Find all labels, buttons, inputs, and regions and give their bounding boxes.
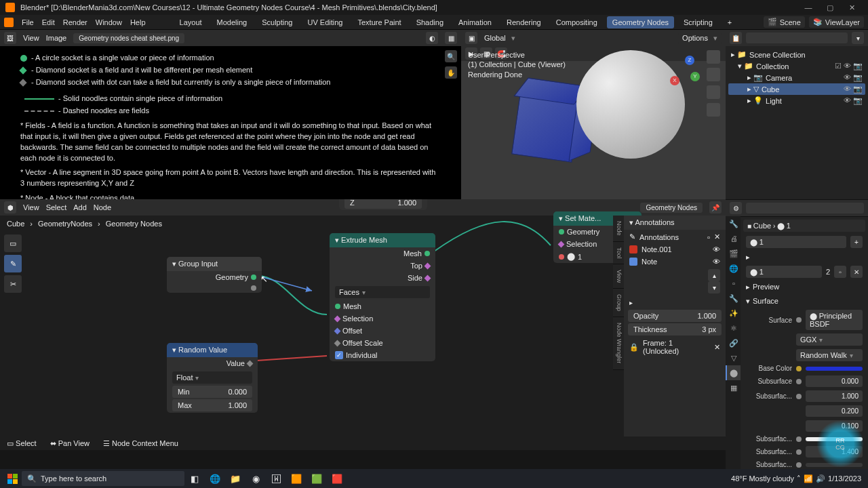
outliner-collection[interactable]: ▾ 📁Collection☑ 👁 📷 [728,60,865,72]
random-max-field[interactable]: Max1.000 [172,399,252,411]
basecolor-swatch[interactable] [806,367,863,371]
props-search[interactable] [746,203,864,214]
viewport-options[interactable]: Options [678,33,722,44]
proptab-physics[interactable]: ⚛ [726,321,741,336]
surface-section[interactable]: ▾Surface [741,294,868,308]
vp-camera-icon[interactable] [707,85,720,99]
node-group-input[interactable]: ▾ Group Input Geometry [167,257,262,293]
tray-wifi-icon[interactable]: 📶 [804,474,813,483]
vp-pan-icon[interactable] [707,68,720,81]
mat-del[interactable]: ✕ [850,266,863,278]
layer-down-icon[interactable]: ▾ [708,281,720,293]
tab-shading[interactable]: Shading [411,16,449,28]
tab-add[interactable]: + [722,16,737,28]
vtab-view[interactable]: View [613,264,624,289]
tab-sculpting[interactable]: Sculpting [256,16,298,28]
proptab-texture[interactable]: ▦ [726,380,741,395]
task-app2-icon[interactable]: 🟥 [327,469,347,488]
menu-file[interactable]: File [22,18,34,26]
axis-gizmo[interactable]: Z Y X [670,56,700,85]
tool-select[interactable]: ▭ [4,235,22,252]
node-editor-icon[interactable]: ⬢ [4,201,16,214]
subsurface-field[interactable]: 0.000 [806,375,863,387]
viewport-editor-icon[interactable]: ▣ [465,32,477,44]
proptab-particles[interactable]: ✨ [726,306,741,321]
node-random-value[interactable]: ▾ Random Value Value Float Min0.000 Max1… [167,343,258,413]
annotation-layer-1[interactable]: Note.001👁 [624,243,726,256]
vtab-tool[interactable]: Tool [613,242,624,265]
crumb-group[interactable]: Geometry Nodes [106,220,162,228]
outliner-camera[interactable]: ▸ 📷Camera👁 📷 [728,72,865,83]
preview-section[interactable]: ▸Preview [741,280,868,294]
layer-new-icon[interactable]: ▫ [707,233,710,241]
outliner-scene-collection[interactable]: ▸ 📁Scene Collection [728,49,865,60]
tray-up-icon[interactable]: ˄ [797,474,801,483]
ne-menu-add[interactable]: Add [73,203,87,211]
tray-date[interactable]: 1/13/2023 [828,474,861,483]
vtab-nw[interactable]: Node Wrangler [613,317,624,369]
material-name[interactable]: ⬤ 1 [746,266,822,278]
nodetree-pin-icon[interactable]: 📌 [709,201,722,214]
tray-sound-icon[interactable]: 🔊 [816,474,825,483]
hand-icon[interactable]: ✋ [445,66,457,79]
viewlayer-selector[interactable]: 📚ViewLayer [809,16,864,28]
tab-scripting[interactable]: Scripting [678,16,718,28]
npanel-annotations-header[interactable]: ▾ Annotations [624,216,726,230]
vtab-node[interactable]: Node [613,216,624,242]
img-menu-image[interactable]: Image [46,34,67,42]
task-edge-icon[interactable]: 🌐 [205,469,225,488]
distribution-select[interactable]: GGX [796,333,863,346]
vtab-group[interactable]: Group [613,289,624,317]
taskbar-search[interactable]: 🔍Type here to search [22,471,184,486]
tab-layout[interactable]: Layout [174,16,208,28]
tab-geonodes[interactable]: Geometry Nodes [607,16,674,28]
z-field[interactable]: Z1.000 [344,199,422,209]
tool-annotate[interactable]: ✎ [4,255,22,272]
img-tool-2[interactable]: ▦ [445,32,457,44]
ne-menu-select[interactable]: Select [46,203,67,211]
viewport-sphere-mesh[interactable] [576,50,685,159]
proptab-data[interactable]: ▽ [726,350,741,365]
annotation-layer-2[interactable]: Note👁 [624,256,726,268]
minimize-button[interactable]: — [797,0,819,15]
material-slot[interactable]: ⬤ 1 [746,236,846,248]
layer-up-icon[interactable]: ▴ [708,269,720,281]
outliner-light[interactable]: ▸ 💡Light👁 📷 [728,95,865,106]
outliner-search[interactable] [746,33,848,43]
outliner-filter-icon[interactable]: ▾ [852,32,864,44]
menu-help[interactable]: Help [130,18,146,26]
zoom-icon[interactable]: 🔍 [445,50,457,62]
img-menu-view[interactable]: View [23,34,39,42]
tab-uv[interactable]: UV Editing [302,16,348,28]
img-tool-1[interactable]: ◐ [426,32,438,44]
tool-links-cut[interactable]: ✂ [4,275,22,293]
tab-rendering[interactable]: Rendering [501,16,547,28]
task-word-icon[interactable]: 🅆 [266,469,286,488]
weather-widget[interactable]: 48°F Mostly cloudy [731,474,794,483]
proptab-output[interactable]: 🖨 [726,231,741,246]
proptab-world[interactable]: 🌐 [726,261,741,276]
maximize-button[interactable]: ▢ [819,0,841,15]
task-app1-icon[interactable]: 🟩 [307,469,327,488]
sss-method-select[interactable]: Random Walk [796,349,863,361]
editor-type-icon[interactable]: 🖼 [4,32,16,44]
image-name[interactable]: Geometry nodes cheat sheet.png [73,33,184,43]
individual-checkbox[interactable]: ✓ [335,351,343,359]
menu-window[interactable]: Window [96,18,122,26]
task-chrome-icon[interactable]: ◉ [245,469,266,488]
crumb-obj[interactable]: Cube [7,220,24,228]
ne-menu-node[interactable]: Node [94,203,111,211]
outliner-icon[interactable]: 📋 [730,32,742,44]
orientation-global[interactable]: Global [480,33,519,44]
proptab-render[interactable]: 🔧 [726,216,741,231]
surface-shader[interactable]: ⬤ Principled BSDF [806,310,863,330]
tab-texpaint[interactable]: Texture Paint [352,16,406,28]
proptab-material[interactable]: ⬤ [726,365,741,380]
extrude-mode-select[interactable]: Faces [335,286,430,298]
nodetree-name[interactable]: Geometry Nodes [640,203,703,213]
task-blender-icon[interactable]: 🟧 [286,469,307,488]
tab-modeling[interactable]: Modeling [212,16,253,28]
menu-render[interactable]: Render [63,18,87,26]
layer-del-icon[interactable]: ✕ [714,232,720,241]
tab-compositing[interactable]: Compositing [551,16,603,28]
